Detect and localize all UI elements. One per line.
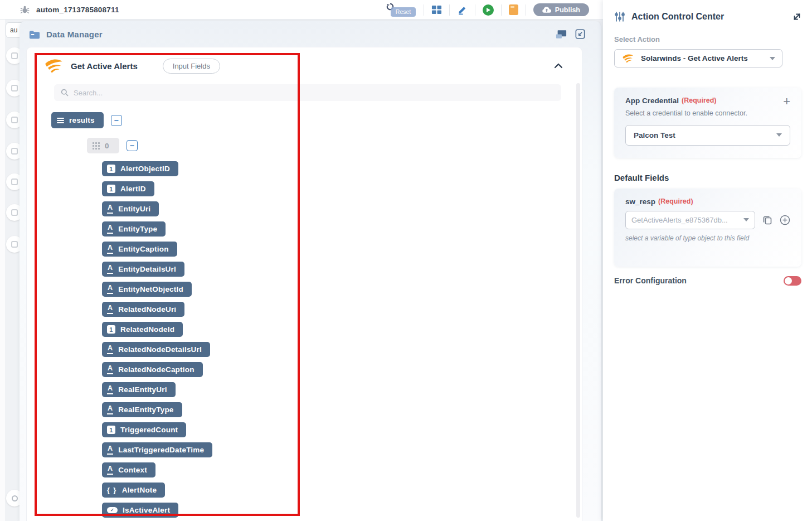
- field-label: TriggeredCount: [120, 426, 178, 434]
- action-title: Get Active Alerts: [71, 61, 138, 71]
- reset-tooltip: Reset: [391, 7, 416, 17]
- field-chip[interactable]: { }AlertNote: [102, 483, 165, 498]
- folder-icon: [29, 30, 40, 39]
- field-chip[interactable]: 1AlertID: [102, 181, 154, 196]
- collapse-index-button[interactable]: −: [127, 140, 138, 151]
- vertical-scrollbar[interactable]: [576, 83, 580, 518]
- variable-helper-text: select a variable of type object to this…: [625, 234, 790, 242]
- tool-icon: [11, 148, 18, 155]
- add-variable-icon[interactable]: [780, 215, 790, 225]
- results-node-chip[interactable]: results: [51, 112, 104, 128]
- edit-pencil-button[interactable]: [457, 4, 468, 15]
- array-index-chip[interactable]: 0: [87, 138, 119, 153]
- credential-select-value: Palcon Test: [634, 131, 776, 139]
- data-manager-card: Get Active Alerts Input Fields results: [27, 47, 582, 521]
- field-label: EntityType: [118, 225, 157, 233]
- string-type-icon: A: [107, 305, 113, 313]
- action-control-center: Action Control Center Select Action Sola…: [603, 0, 812, 521]
- required-badge: (Required): [682, 97, 717, 104]
- collapse-panel-icon[interactable]: [575, 29, 585, 39]
- layout-grid-button[interactable]: [431, 4, 442, 15]
- field-chip[interactable]: AEntityNetObjectId: [102, 282, 192, 297]
- select-action-label: Select Action: [614, 35, 801, 44]
- field-chip[interactable]: 1AlertObjectID: [102, 161, 178, 176]
- toolbar-divider: [501, 4, 502, 16]
- field-chip[interactable]: ALastTriggeredDateTime: [102, 442, 212, 457]
- field-chip[interactable]: AEntityUri: [102, 201, 159, 216]
- magnifier-icon: [12, 495, 18, 501]
- credential-select[interactable]: Palcon Test: [625, 125, 790, 146]
- field-label: IsActiveAlert: [123, 506, 170, 514]
- default-fields-card: sw_resp (Required) GetActiveAlerts_e8753…: [614, 189, 801, 267]
- field-list: 1AlertObjectID1AlertIDAEntityUriAEntityT…: [102, 161, 582, 518]
- field-label: Context: [118, 466, 147, 474]
- action-select[interactable]: Solarwinds - Get Active Alerts: [614, 49, 782, 67]
- results-node-label: results: [69, 116, 95, 124]
- rail-strip: [0, 20, 5, 521]
- field-chip[interactable]: ARealEntityType: [102, 402, 182, 417]
- field-chip[interactable]: ARealEntityUri: [102, 382, 176, 397]
- file-notes-button[interactable]: [509, 4, 518, 15]
- field-chip[interactable]: AEntityCaption: [102, 242, 177, 257]
- reset-button[interactable]: Reset: [385, 2, 416, 18]
- field-tree: results − 0 − 1AlertObjectID1AlertIDAEnt…: [27, 112, 582, 518]
- field-label: RealEntityType: [118, 406, 173, 414]
- field-chip[interactable]: 1RelatedNodeId: [102, 322, 183, 337]
- chevron-up-icon[interactable]: [554, 63, 563, 69]
- toolbar-divider: [526, 4, 526, 16]
- object-type-icon: { }: [107, 486, 117, 494]
- tool-icon: [11, 52, 18, 59]
- string-type-icon: A: [107, 365, 113, 374]
- search-bar: [54, 84, 561, 101]
- field-label: AlertNote: [122, 486, 157, 494]
- sliders-icon: [614, 11, 625, 22]
- string-type-icon: A: [107, 284, 113, 293]
- variable-select[interactable]: GetActiveAlerts_e875367db...: [625, 211, 755, 229]
- field-chip[interactable]: AContext: [102, 462, 155, 477]
- file-icon: [509, 4, 518, 15]
- collapse-results-button[interactable]: −: [111, 115, 122, 126]
- app-credential-title: App Credential: [625, 97, 679, 105]
- copy-icon[interactable]: [762, 215, 772, 225]
- table-grid-icon: [93, 142, 100, 149]
- action-select-value: Solarwinds - Get Active Alerts: [641, 54, 763, 62]
- boolean-type-icon: ✓: [107, 507, 118, 513]
- left-rail: au: [0, 20, 20, 521]
- layout-flag-icon[interactable]: [556, 30, 567, 39]
- field-chip[interactable]: ARelatedNodeDetailsUrl: [102, 342, 210, 357]
- top-toolbar: Reset: [385, 0, 589, 20]
- panel-title: Action Control Center: [631, 12, 724, 22]
- field-chip[interactable]: 1TriggeredCount: [102, 422, 186, 437]
- array-index-label: 0: [105, 142, 109, 150]
- collapse-diagonal-icon[interactable]: [792, 12, 801, 21]
- field-chip[interactable]: ARelatedNodeUri: [102, 302, 184, 317]
- field-chip[interactable]: AEntityDetailsUrl: [102, 262, 184, 277]
- run-play-button[interactable]: [483, 4, 494, 16]
- error-configuration-label: Error Configuration: [614, 276, 687, 285]
- workflow-tab-label: au: [10, 26, 17, 34]
- cloud-upload-icon: [542, 7, 551, 13]
- publish-button[interactable]: Publish: [533, 3, 589, 16]
- error-configuration-toggle[interactable]: [784, 276, 801, 286]
- number-type-icon: 1: [107, 165, 115, 173]
- play-icon: [483, 4, 494, 16]
- input-fields-pill[interactable]: Input Fields: [163, 59, 220, 74]
- toolbar-divider: [424, 4, 424, 16]
- data-manager-title: Data Manager: [46, 30, 103, 39]
- number-type-icon: 1: [107, 325, 115, 334]
- publish-label: Publish: [555, 6, 580, 14]
- string-type-icon: A: [107, 224, 113, 233]
- solarwinds-logo-icon: [43, 56, 64, 75]
- data-manager-header: Data Manager: [20, 21, 601, 47]
- search-input[interactable]: [74, 89, 555, 97]
- tool-icon: [11, 179, 18, 185]
- field-chip[interactable]: AEntityType: [102, 221, 166, 237]
- field-label: AlertObjectID: [120, 165, 170, 173]
- toggle-knob: [785, 277, 792, 284]
- field-chip[interactable]: ARelatedNodeCaption: [102, 362, 203, 377]
- add-credential-button[interactable]: +: [783, 97, 790, 107]
- default-fields-heading: Default Fields: [614, 173, 801, 182]
- string-type-icon: A: [107, 405, 113, 414]
- string-type-icon: A: [107, 465, 113, 474]
- field-chip[interactable]: ✓IsActiveAlert: [102, 503, 178, 518]
